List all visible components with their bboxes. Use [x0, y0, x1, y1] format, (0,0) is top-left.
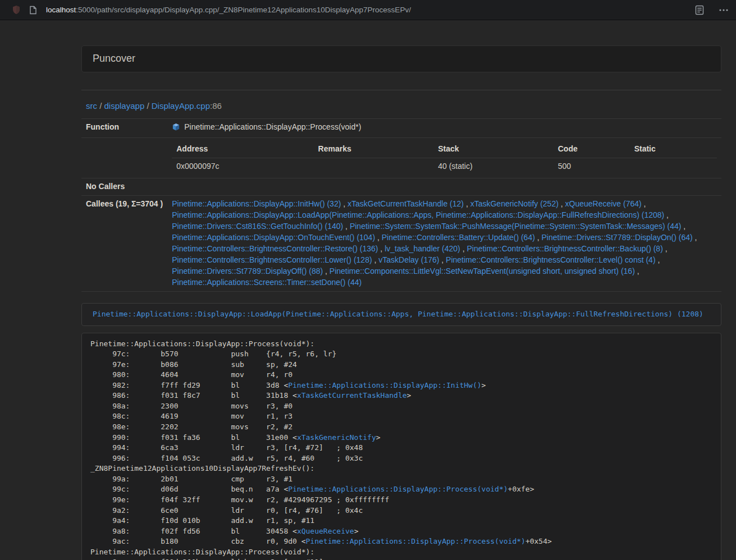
symbol-table: Function Pinetime::Applications::Display…	[81, 118, 721, 292]
page-content: Puncover src / displayapp / DisplayApp.c…	[0, 20, 736, 560]
code-symbol-link[interactable]: Pinetime::Applications::DisplayApp::Proc…	[288, 485, 508, 493]
callee-link[interactable]: xQueueReceive (764)	[565, 199, 642, 208]
callee-link[interactable]: Pinetime::Drivers::St7789::DisplayOn() (…	[542, 233, 693, 242]
callee-link[interactable]: Pinetime::Controllers::BrightnessControl…	[172, 255, 372, 264]
reader-mode-icon[interactable]	[694, 5, 705, 15]
col-remarks: Remarks	[314, 141, 434, 158]
code-symbol-link[interactable]: Pinetime::Applications::DisplayApp::Init…	[288, 381, 481, 389]
no-callers-label: No Callers	[81, 178, 167, 196]
details-data-row: 0x0000097c 40 (static) 500	[172, 158, 717, 175]
brand-title[interactable]: Puncover	[93, 52, 135, 66]
callee-link[interactable]: Pinetime::Applications::DisplayApp::Load…	[172, 210, 664, 219]
code-symbol-link[interactable]: xTaskGetCurrentTaskHandle	[297, 391, 407, 400]
url-host: localhost	[46, 6, 76, 14]
callee-link[interactable]: xTaskGenericNotify (252)	[470, 199, 559, 208]
breadcrumb: src / displayapp / DisplayApp.cpp:86	[81, 100, 721, 112]
cell-remarks	[314, 158, 434, 175]
breadcrumb-link[interactable]: DisplayApp.cpp	[152, 101, 210, 111]
shield-icon[interactable]	[11, 4, 21, 15]
line-number-suffix: :86	[210, 101, 222, 111]
callee-link[interactable]: Pinetime::System::SystemTask::PushMessag…	[350, 222, 682, 231]
navbar: Puncover	[81, 45, 721, 72]
cell-stack: 40 (static)	[433, 158, 554, 175]
code-symbol-link[interactable]: xQueueReceive	[297, 527, 354, 535]
callee-link[interactable]: Pinetime::Components::LittleVgl::SetNewT…	[330, 267, 635, 276]
callee-link[interactable]: vTaskDelay (176)	[378, 255, 439, 264]
browser-toolbar: localhost:5000/path/src/displayapp/Displ…	[0, 0, 736, 20]
breadcrumb-link[interactable]: displayapp	[104, 101, 145, 111]
highlighted-symbol-link[interactable]: Pinetime::Applications::DisplayApp::Load…	[93, 310, 703, 318]
callees-list: Pinetime::Applications::DisplayApp::Init…	[167, 196, 721, 292]
symbol-cube-icon	[172, 123, 180, 135]
callee-link[interactable]: Pinetime::Controllers::BrightnessControl…	[446, 255, 655, 264]
table-row-details: Address Remarks Stack Code Static 0x0000…	[81, 138, 721, 178]
callee-link[interactable]: Pinetime::Controllers::Battery::Update()…	[382, 233, 535, 242]
page-info-icon[interactable]	[29, 6, 37, 15]
function-label: Function	[81, 119, 167, 138]
details-cell: Address Remarks Stack Code Static 0x0000…	[167, 138, 721, 178]
callees-label: Callees (19, Σ=3704 )	[81, 196, 167, 292]
function-name: Pinetime::Applications::DisplayApp::Proc…	[184, 122, 361, 131]
col-address: Address	[172, 141, 313, 158]
breadcrumb-link[interactable]: src	[86, 101, 97, 111]
url-path: :5000/path/src/displayapp/DisplayApp.cpp…	[76, 6, 411, 14]
code-symbol-link[interactable]: xTaskGenericNotify	[297, 433, 376, 442]
address-bar[interactable]: localhost:5000/path/src/displayapp/Displ…	[46, 4, 680, 15]
cell-code: 500	[554, 158, 630, 175]
table-row-callers: No Callers	[81, 178, 721, 196]
breadcrumb-separator: /	[97, 101, 104, 111]
callee-link[interactable]: Pinetime::Applications::Screens::Timer::…	[172, 278, 362, 287]
callee-link[interactable]: Pinetime::Drivers::Cst816S::GetTouchInfo…	[172, 222, 343, 231]
cell-address: 0x0000097c	[172, 158, 313, 175]
breadcrumb-separator: /	[144, 101, 152, 111]
table-row-function: Function Pinetime::Applications::Display…	[81, 119, 721, 138]
callee-link[interactable]: lv_task_handler (420)	[385, 244, 460, 253]
callee-link[interactable]: Pinetime::Applications::DisplayApp::Init…	[172, 199, 341, 208]
highlighted-symbol: Pinetime::Applications::DisplayApp::Load…	[81, 303, 721, 326]
details-label-spacer	[81, 138, 167, 178]
details-header-row: Address Remarks Stack Code Static	[172, 141, 717, 158]
main-container: Puncover src / displayapp / DisplayApp.c…	[81, 45, 721, 560]
callee-link[interactable]: xTaskGetCurrentTaskHandle (12)	[348, 199, 464, 208]
col-stack: Stack	[433, 141, 554, 158]
disassembly: Pinetime::Applications::DisplayApp::Proc…	[81, 333, 721, 560]
table-row-callees: Callees (19, Σ=3704 ) Pinetime::Applicat…	[81, 196, 721, 292]
col-static: Static	[630, 141, 717, 158]
callee-link[interactable]: Pinetime::Applications::DisplayApp::OnTo…	[172, 233, 375, 242]
callee-link[interactable]: Pinetime::Controllers::BrightnessControl…	[172, 244, 378, 253]
details-table: Address Remarks Stack Code Static 0x0000…	[172, 141, 717, 175]
divider	[81, 90, 721, 90]
overflow-menu-icon[interactable]	[719, 9, 728, 11]
callers-cell	[167, 178, 721, 196]
code-symbol-link[interactable]: Pinetime::Applications::DisplayApp::Proc…	[306, 537, 525, 545]
callee-link[interactable]: Pinetime::Controllers::BrightnessControl…	[467, 244, 662, 253]
cell-static	[630, 158, 717, 175]
callee-link[interactable]: Pinetime::Drivers::St7789::DisplayOff() …	[172, 267, 323, 276]
function-cell: Pinetime::Applications::DisplayApp::Proc…	[167, 119, 721, 138]
col-code: Code	[554, 141, 630, 158]
